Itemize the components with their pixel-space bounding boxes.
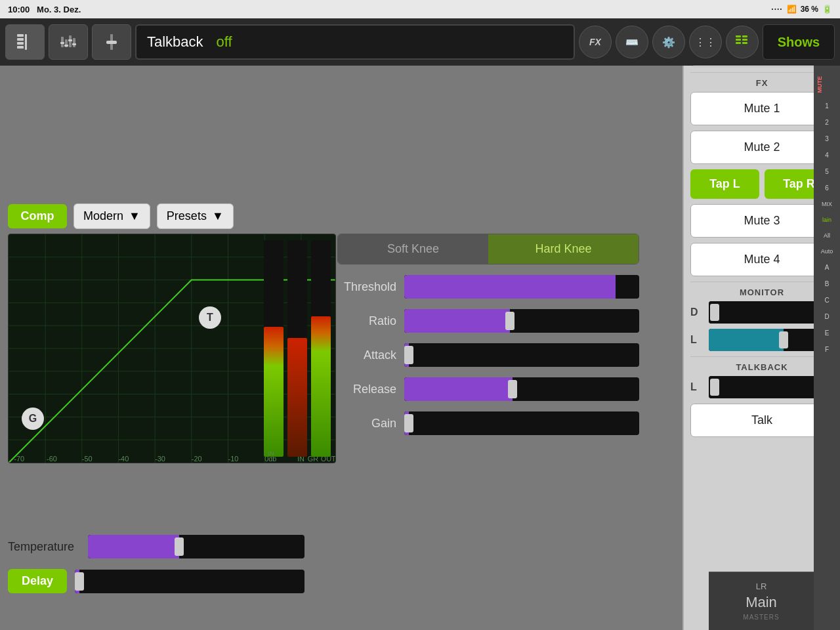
svg-rect-8 [73,38,75,47]
gr-meter [287,240,307,457]
grid-view-btn[interactable] [5,24,45,60]
grid-btn[interactable] [726,26,759,58]
sidebar-item-e[interactable]: E [815,326,839,341]
sidebar-item-4: 4 [815,148,839,163]
routing-btn[interactable]: ⋮⋮ [689,26,722,58]
controls-panel: Soft Knee Hard Knee Threshold Ratio Atta… [337,234,639,446]
svg-rect-20 [742,42,747,44]
temperature-row: Temperature [8,535,304,558]
comp-button[interactable]: Comp [8,204,67,228]
sidebar-item-f[interactable]: F [815,342,839,357]
svg-rect-15 [736,35,741,37]
talkback-l-label: L [690,381,704,393]
hard-knee-btn[interactable]: Hard Knee [488,234,639,264]
monitor-d-thumb [710,304,719,321]
attack-row: Attack [337,343,639,367]
chevron-down-icon2: ▼ [212,209,224,223]
mixer-view-btn[interactable] [49,24,88,60]
gain-label: Gain [337,417,396,430]
gain-label-g[interactable]: G [22,408,44,430]
threshold-row: Threshold [337,275,639,299]
talk-button[interactable]: Talk [690,404,833,437]
tap-row: Tap L Tap R [690,169,833,199]
date: Mo. 3. Dez. [37,5,81,14]
svg-text:-40: -40 [118,455,129,463]
signal-dots: ···· [771,5,782,14]
temperature-label: Temperature [8,540,80,554]
svg-rect-12 [72,43,76,45]
routing-icon: ⋮⋮ [695,36,716,49]
sidebar-item-1: 1 [815,98,839,114]
talkback-l-thumb [710,379,719,396]
sidebar-item-mix: MIX [815,197,839,211]
sidebar-item-all[interactable]: All [815,228,839,243]
attack-thumb [404,346,413,364]
release-slider[interactable] [404,377,639,401]
mode-label: Modern [83,209,123,223]
sidebar-item-b[interactable]: B [815,276,839,291]
shows-button[interactable]: Shows [763,24,835,60]
svg-rect-11 [68,39,72,41]
ratio-slider[interactable] [404,309,639,333]
sidebar-item-auto[interactable]: Auto [815,244,839,259]
toolbar: Talkback off FX ⌨️ ⚙️ ⋮⋮ Shows [0,18,840,66]
fx-btn[interactable]: FX [579,26,612,58]
right-sidebar: MUTE 1 2 3 4 5 6 MIX lain All Auto A B C… [814,66,840,630]
monitor-l-thumb [779,331,788,348]
release-label: Release [337,383,396,396]
knee-toggle: Soft Knee Hard Knee [337,234,639,264]
talkback-button[interactable]: Talkback off [135,24,575,60]
threshold-slider[interactable] [404,275,639,299]
sidebar-item-a[interactable]: A [815,260,839,275]
sidebar-item-3: 3 [815,131,839,146]
delay-button[interactable]: Delay [8,569,67,593]
sidebar-item-c[interactable]: C [815,293,839,308]
delay-slider[interactable] [75,570,304,593]
sidebar-item-6: 6 [815,180,839,196]
monitor-d-row: D [690,301,833,324]
mute3-button[interactable]: Mute 3 [690,204,833,238]
temperature-slider[interactable] [88,535,304,558]
chevron-down-icon: ▼ [129,209,140,223]
svg-rect-4 [25,34,27,50]
sidebar-item-main[interactable]: lain [815,213,839,227]
svg-rect-14 [106,41,117,44]
mute4-button[interactable]: Mute 4 [690,243,833,276]
mute1-button[interactable]: Mute 1 [690,92,833,125]
gain-slider[interactable] [404,411,639,435]
threshold-label-t[interactable]: T [199,306,221,329]
in-meter: IN [264,240,284,457]
comp-header: Comp Modern ▼ Presets ▼ [8,203,234,229]
tap-l-button[interactable]: Tap L [690,169,759,199]
attack-slider[interactable] [404,343,639,367]
attack-label: Attack [337,348,396,362]
temperature-fill [88,535,179,558]
delay-thumb [75,572,84,591]
svg-rect-3 [17,46,24,49]
battery-icon: 🔋 [822,5,832,14]
shows-label: Shows [778,35,820,50]
release-fill [404,377,513,401]
sidebar-item-d[interactable]: D [815,309,839,324]
ratio-fill [404,309,510,333]
gain-thumb [404,414,413,432]
svg-text:-50: -50 [82,455,93,463]
divider-3 [690,356,833,357]
battery-pct: 36 % [801,5,818,14]
ratio-row: Ratio [337,309,639,333]
presets-label: Presets [167,209,207,223]
settings-btn[interactable]: ⚙️ [652,26,685,58]
talkback-l-row: L [690,376,833,398]
soft-knee-btn[interactable]: Soft Knee [338,234,488,264]
mode-dropdown[interactable]: Modern ▼ [74,203,150,229]
svg-rect-2 [17,42,24,45]
delay-row: Delay [8,569,304,593]
svg-rect-18 [742,35,747,37]
svg-rect-10 [64,45,68,47]
mute2-button[interactable]: Mute 2 [690,131,833,164]
keyboard-icon: ⌨️ [625,36,639,49]
presets-dropdown[interactable]: Presets ▼ [157,203,234,229]
fader-view-btn[interactable] [92,24,131,60]
keyboard-btn[interactable]: ⌨️ [616,26,648,58]
status-right: ···· 📶 36 % 🔋 [771,5,832,14]
